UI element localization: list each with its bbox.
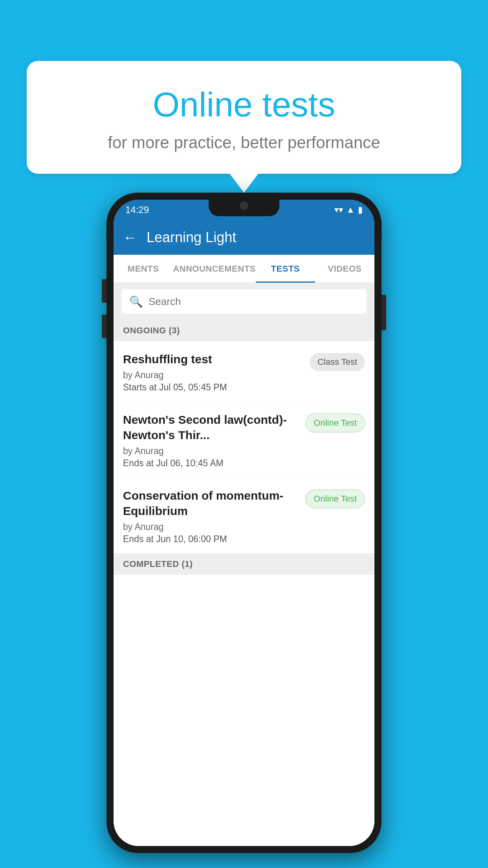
battery-icon: ▮ [358,205,363,215]
test-item[interactable]: Reshuffling test by Anurag Starts at Jul… [114,341,374,402]
phone-side-btn-volume-down [102,314,106,338]
test-name-1: Reshuffling test [123,351,303,367]
test-name-3: Conservation of momentum-Equilibrium [123,488,299,519]
test-info-2: Newton's Second law(contd)-Newton's Thir… [123,412,305,469]
test-info-1: Reshuffling test by Anurag Starts at Jul… [123,351,310,393]
signal-icon: ▲ [346,205,355,215]
tab-tests[interactable]: TESTS [256,255,315,283]
completed-section-header: COMPLETED (1) [114,554,374,575]
test-author-1: by Anurag [123,370,303,381]
test-date-1: Starts at Jul 05, 05:45 PM [123,382,303,393]
phone-camera [240,201,248,210]
test-badge-1: Class Test [310,353,365,371]
app-header: ← Learning Light [114,220,374,255]
search-bar[interactable]: 🔍 [121,289,367,314]
phone-screen: 14:29 ▾▾ ▲ ▮ ← Learning Light MENTS ANNO… [114,200,374,846]
test-info-3: Conservation of momentum-Equilibrium by … [123,488,305,544]
tab-videos[interactable]: VIDEOS [315,255,374,283]
speech-bubble: Online tests for more practice, better p… [27,61,461,174]
tabs-bar: MENTS ANNOUNCEMENTS TESTS VIDEOS [114,255,374,283]
phone-outer: 14:29 ▾▾ ▲ ▮ ← Learning Light MENTS ANNO… [106,193,382,853]
test-list: Reshuffling test by Anurag Starts at Jul… [114,341,374,846]
test-badge-2: Online Test [305,414,365,432]
test-item-3[interactable]: Conservation of momentum-Equilibrium by … [114,478,374,554]
phone-side-btn-volume-up [102,279,106,303]
test-item-2[interactable]: Newton's Second law(contd)-Newton's Thir… [114,402,374,478]
test-date-2: Ends at Jul 06, 10:45 AM [123,458,299,469]
test-author-3: by Anurag [123,522,299,532]
search-input[interactable] [149,296,359,308]
search-icon: 🔍 [129,295,143,308]
phone-side-btn-power [382,295,386,330]
status-icons: ▾▾ ▲ ▮ [334,205,363,215]
ongoing-section-header: ONGOING (3) [114,320,374,341]
status-time: 14:29 [125,204,149,215]
test-date-3: Ends at Jun 10, 06:00 PM [123,534,299,544]
test-name-2: Newton's Second law(contd)-Newton's Thir… [123,412,299,443]
test-badge-3: Online Test [305,489,365,508]
back-button[interactable]: ← [123,229,137,246]
search-container: 🔍 [114,283,374,320]
tab-announcements[interactable]: ANNOUNCEMENTS [173,255,256,283]
phone-container: 14:29 ▾▾ ▲ ▮ ← Learning Light MENTS ANNO… [106,193,382,853]
wifi-icon: ▾▾ [334,205,343,215]
test-author-2: by Anurag [123,446,299,456]
bubble-title: Online tests [46,85,442,125]
bubble-subtitle: for more practice, better performance [46,133,442,152]
app-title: Learning Light [147,229,236,246]
tab-assignments[interactable]: MENTS [114,255,173,283]
